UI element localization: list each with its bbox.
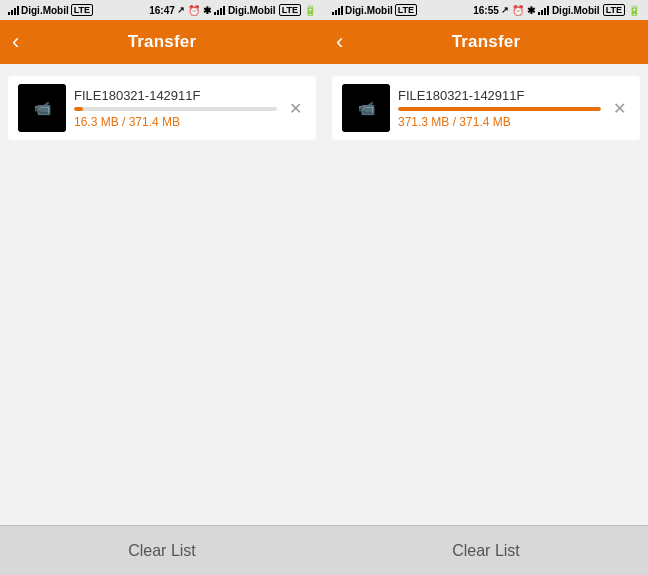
battery-icon-left: 🔋: [304, 5, 316, 16]
progress-fill-left: [74, 107, 83, 111]
carrier2-left: Digi.Mobil: [228, 5, 276, 16]
bottom-bar-left: Clear List: [0, 525, 324, 575]
bluetooth-icon-right: ✱: [527, 5, 535, 16]
alarm-icon-right: ⏰: [512, 5, 524, 16]
size-label-right: 371.3 MB / 371.4 MB: [398, 115, 601, 129]
carrier-right: Digi.Mobil: [345, 5, 393, 16]
signal2-icon-right: [538, 5, 549, 15]
size-label-left: 16.3 MB / 371.4 MB: [74, 115, 277, 129]
progress-bar-right: [398, 107, 601, 111]
signal2-icon-left: [214, 5, 225, 15]
thumbnail-right: 📹: [342, 84, 390, 132]
clear-list-button-right[interactable]: Clear List: [452, 542, 520, 560]
back-button-right[interactable]: ‹: [336, 31, 343, 53]
nav-title-right: Transfer: [452, 32, 521, 52]
filename-right: FILE180321-142911F: [398, 88, 601, 103]
signal-icon-left: [8, 5, 19, 15]
bottom-bar-right: Clear List: [324, 525, 648, 575]
thumbnail-left: 📹: [18, 84, 66, 132]
status-left-right: Digi.Mobil LTE: [332, 4, 417, 16]
video-icon-right: 📹: [358, 100, 375, 116]
location-icon-right: ↗: [501, 5, 509, 15]
transfer-item-right: 📹 FILE180321-142911F 371.3 MB / 371.4 MB…: [332, 76, 640, 140]
network-right: LTE: [395, 4, 417, 16]
right-panel: Digi.Mobil LTE 16:55 ↗ ⏰ ✱ Digi.Mobil LT…: [324, 0, 648, 575]
status-bar-right: Digi.Mobil LTE 16:55 ↗ ⏰ ✱ Digi.Mobil LT…: [324, 0, 648, 20]
filename-left: FILE180321-142911F: [74, 88, 277, 103]
status-right-right: ↗ ⏰ ✱ Digi.Mobil LTE 🔋: [501, 4, 640, 16]
content-right: 📹 FILE180321-142911F 371.3 MB / 371.4 MB…: [324, 64, 648, 525]
close-button-right[interactable]: ✕: [609, 95, 630, 122]
nav-bar-right: ‹ Transfer: [324, 20, 648, 64]
carrier2-right: Digi.Mobil: [552, 5, 600, 16]
transfer-info-left: FILE180321-142911F 16.3 MB / 371.4 MB: [74, 88, 277, 129]
time-right: 16:55: [473, 5, 499, 16]
time-left: 16:47: [149, 5, 175, 16]
status-right-left: ↗ ⏰ ✱ Digi.Mobil LTE 🔋: [177, 4, 316, 16]
video-icon-left: 📹: [34, 100, 51, 116]
network2-left: LTE: [279, 4, 301, 16]
status-left-left: Digi.Mobil LTE: [8, 4, 93, 16]
battery-icon-right: 🔋: [628, 5, 640, 16]
nav-title-left: Transfer: [128, 32, 197, 52]
close-button-left[interactable]: ✕: [285, 95, 306, 122]
content-left: 📹 FILE180321-142911F 16.3 MB / 371.4 MB …: [0, 64, 324, 525]
network2-right: LTE: [603, 4, 625, 16]
progress-fill-right: [398, 107, 601, 111]
transfer-item-left: 📹 FILE180321-142911F 16.3 MB / 371.4 MB …: [8, 76, 316, 140]
network-left: LTE: [71, 4, 93, 16]
bluetooth-icon-left: ✱: [203, 5, 211, 16]
back-button-left[interactable]: ‹: [12, 31, 19, 53]
left-panel: Digi.Mobil LTE 16:47 ↗ ⏰ ✱ Digi.Mobil LT…: [0, 0, 324, 575]
progress-bar-left: [74, 107, 277, 111]
transfer-info-right: FILE180321-142911F 371.3 MB / 371.4 MB: [398, 88, 601, 129]
nav-bar-left: ‹ Transfer: [0, 20, 324, 64]
location-icon-left: ↗: [177, 5, 185, 15]
clear-list-button-left[interactable]: Clear List: [128, 542, 196, 560]
carrier-left: Digi.Mobil: [21, 5, 69, 16]
alarm-icon-left: ⏰: [188, 5, 200, 16]
signal-icon-right: [332, 5, 343, 15]
status-bar-left: Digi.Mobil LTE 16:47 ↗ ⏰ ✱ Digi.Mobil LT…: [0, 0, 324, 20]
